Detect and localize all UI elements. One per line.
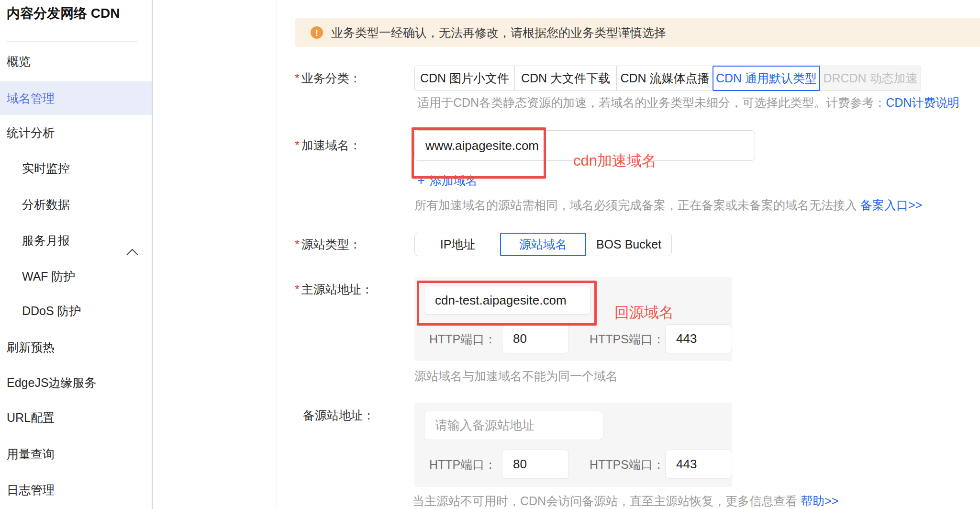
warning-banner: ! 业务类型一经确认，无法再修改，请根据您的业务类型谨慎选择 (295, 18, 980, 47)
sidebar-item-label: 域名管理 (7, 91, 55, 105)
help-link[interactable]: 帮助>> (801, 494, 838, 508)
sidebar-item-realtime-monitor[interactable]: 实时监控 (0, 155, 152, 181)
business-type-drcdn-dynamic-button[interactable]: DRCDN 动态加速 (820, 66, 921, 90)
annotation-accel-domain: cdn加速域名 (573, 151, 657, 171)
backup-origin-label: 备源站地址： (303, 407, 375, 424)
button-label: DRCDN 动态加速 (823, 70, 917, 86)
button-label: CDN 大文件下载 (521, 70, 610, 86)
business-type-cdn-streaming-button[interactable]: CDN 流媒体点播 (616, 66, 713, 90)
icp-filing-link[interactable]: 备案入口>> (860, 198, 922, 212)
primary-https-port-input[interactable] (665, 324, 732, 353)
button-label: CDN 图片小文件 (420, 70, 509, 86)
backup-https-port-input[interactable] (665, 450, 732, 479)
button-label: CDN 流媒体点播 (620, 70, 709, 86)
accel-domain-label: *加速域名： (295, 136, 361, 154)
sidebar-item-monthly-report[interactable]: 服务月报 (0, 227, 152, 254)
sidebar-item-label: 实时监控 (22, 161, 70, 175)
cdn-billing-link[interactable]: CDN计费说明 (886, 96, 959, 109)
sidebar-item-analysis-data[interactable]: 分析数据 (0, 191, 152, 218)
primary-https-port-label: HTTPS端口： (590, 331, 665, 347)
backup-http-port-label: HTTP端口： (429, 456, 496, 473)
origin-type-bos-bucket-button[interactable]: BOS Bucket (586, 233, 671, 256)
sidebar-item-label: 统计分析 (7, 126, 55, 139)
sidebar-item-label: 用量查询 (7, 447, 55, 461)
business-category-button-group: CDN 图片小文件 CDN 大文件下载 CDN 流媒体点播 CDN 通用默认类型… (414, 66, 921, 91)
sidebar-item-label: 概览 (7, 55, 31, 68)
sidebar-item-log-management[interactable]: 日志管理 (0, 476, 152, 503)
helper-text: 所有加速域名的源站需相同，域名必须完成备案，正在备案或未备案的域名无法接入 (414, 198, 860, 212)
sidebar-item-waf-protection[interactable]: WAF 防护 (0, 263, 152, 290)
sidebar-item-label: 刷新预热 (7, 340, 55, 354)
helper-text: 当主源站不可用时，CDN会访问备源站，直至主源站恢复，更多信息查看 (412, 494, 801, 508)
business-type-cdn-general-default-button[interactable]: CDN 通用默认类型 (713, 66, 820, 91)
origin-type-label: *源站类型： (295, 236, 361, 253)
primary-http-port-label: HTTP端口： (429, 331, 496, 347)
add-domain-button[interactable]: +添加域名 (417, 172, 478, 189)
annotation-primary-origin: 回源域名 (614, 303, 674, 323)
primary-origin-label: *主源站地址： (295, 281, 373, 298)
sidebar-item-refresh-prefetch[interactable]: 刷新预热 (0, 334, 152, 361)
sidebar-item-label: 日志管理 (7, 483, 55, 497)
origin-type-domain-button[interactable]: 源站域名 (500, 233, 586, 256)
primary-http-port-input[interactable] (502, 324, 569, 353)
required-asterisk: * (295, 238, 300, 251)
sidebar-item-label: DDoS 防护 (22, 304, 81, 317)
sidebar-item-label: EdgeJS边缘服务 (7, 376, 97, 389)
sidebar-title: 内容分发网络 CDN (7, 3, 120, 24)
button-label: IP地址 (440, 237, 476, 252)
sidebar-item-url-config[interactable]: URL配置 (0, 404, 152, 431)
button-label: BOS Bucket (596, 238, 661, 251)
sidebar-item-label: WAF 防护 (22, 270, 76, 283)
business-type-cdn-large-download-button[interactable]: CDN 大文件下载 (514, 66, 616, 90)
plus-icon: + (417, 172, 425, 189)
accel-domain-helper: 所有加速域名的源站需相同，域名必须完成备案，正在备案或未备案的域名无法接入 备案… (414, 198, 922, 212)
button-label: 源站域名 (519, 237, 567, 252)
business-type-cdn-small-files-button[interactable]: CDN 图片小文件 (415, 66, 514, 90)
add-domain-label: 添加域名 (430, 174, 478, 187)
sidebar-item-domain-management[interactable]: 域名管理 (0, 81, 152, 115)
backup-origin-helper: 当主源站不可用时，CDN会访问备源站，直至主源站恢复，更多信息查看 帮助>> (412, 494, 838, 508)
content-divider (277, 0, 277, 509)
sidebar: 内容分发网络 CDN 概览 域名管理 统计分析 实时监控 分析数据 服务月报 W… (0, 0, 152, 509)
warning-icon: ! (311, 26, 323, 39)
required-asterisk: * (295, 283, 300, 296)
sidebar-item-edgejs-service[interactable]: EdgeJS边缘服务 (0, 369, 152, 396)
primary-origin-input[interactable] (424, 286, 590, 315)
required-asterisk: * (295, 138, 300, 152)
sidebar-item-label: 服务月报 (22, 234, 70, 247)
origin-type-button-group: IP地址 源站域名 BOS Bucket (414, 233, 672, 256)
cdn-console-page: 内容分发网络 CDN 概览 域名管理 统计分析 实时监控 分析数据 服务月报 W… (0, 0, 980, 509)
sidebar-item-usage-query[interactable]: 用量查询 (0, 441, 152, 467)
sidebar-item-ddos-protection[interactable]: DDoS 防护 (0, 297, 152, 324)
business-category-helper: 适用于CDN各类静态资源的加速，若域名的业务类型未细分，可选择此类型。计费参考：… (417, 95, 959, 110)
warning-banner-text: 业务类型一经确认，无法再修改，请根据您的业务类型谨慎选择 (331, 18, 666, 47)
sidebar-divider (7, 41, 137, 42)
sidebar-item-statistics[interactable]: 统计分析 (0, 119, 152, 146)
business-category-label: *业务分类： (295, 69, 361, 87)
backup-origin-input[interactable] (424, 411, 603, 440)
required-asterisk: * (295, 71, 300, 85)
origin-type-ip-button[interactable]: IP地址 (415, 233, 501, 256)
helper-text: 适用于CDN各类静态资源的加速，若域名的业务类型未细分，可选择此类型。计费参考： (417, 96, 886, 109)
sidebar-item-label: URL配置 (7, 411, 55, 424)
sidebar-item-overview[interactable]: 概览 (0, 48, 152, 75)
backup-http-port-input[interactable] (502, 450, 569, 479)
sidebar-item-label: 分析数据 (22, 198, 70, 211)
button-label: CDN 通用默认类型 (716, 70, 817, 86)
backup-https-port-label: HTTPS端口： (590, 456, 665, 473)
sidebar-scrollbar-track[interactable] (152, 0, 153, 509)
primary-origin-helper: 源站域名与加速域名不能为同一个域名 (414, 369, 618, 383)
